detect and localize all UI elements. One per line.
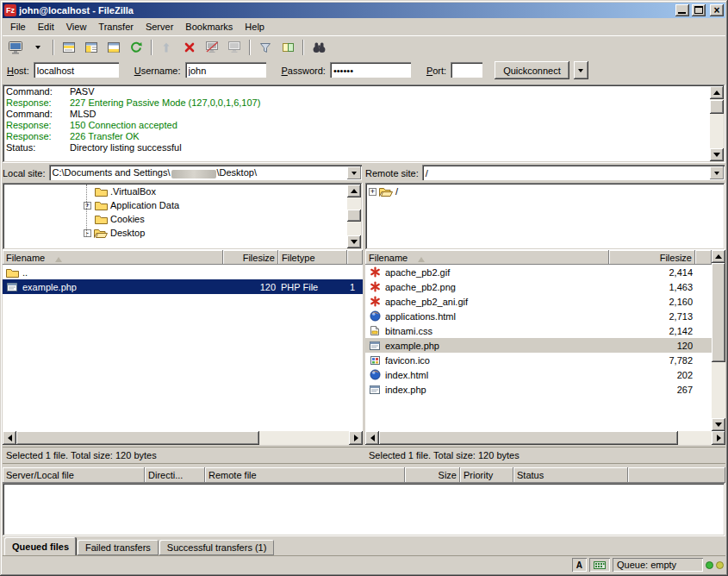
remote-path-text: / xyxy=(426,168,428,178)
column-header-remote-file[interactable]: Remote file xyxy=(205,467,405,483)
remote-file-row-index-html[interactable]: index.html202 xyxy=(365,367,712,382)
remote-file-row-apache-pb2-gif[interactable]: apache_pb2.gif2,414 xyxy=(365,265,712,279)
column-header-size[interactable]: Size xyxy=(405,467,460,483)
username-input[interactable] xyxy=(185,62,267,78)
maximize-button[interactable] xyxy=(692,4,706,16)
disconnect-icon[interactable] xyxy=(202,38,222,57)
queue-list[interactable] xyxy=(3,483,725,536)
local-list-hscrollbar[interactable] xyxy=(3,431,363,445)
collapse-icon[interactable]: - xyxy=(84,229,91,237)
host-input[interactable] xyxy=(34,62,120,78)
remote-file-row-applications-html[interactable]: applications.html2,713 xyxy=(365,309,712,323)
minimize-button[interactable] xyxy=(675,4,689,16)
tab-successful-transfers-1[interactable]: Successful transfers (1) xyxy=(159,540,275,555)
local-file-row-parent-directory[interactable]: .. xyxy=(3,265,363,279)
column-header-status[interactable]: Status xyxy=(513,467,628,483)
scroll-thumb[interactable] xyxy=(710,100,724,114)
transfer-type-indicator: A xyxy=(572,558,587,572)
scroll-thumb[interactable] xyxy=(379,431,678,445)
scroll-thumb[interactable] xyxy=(712,263,725,362)
cancel-icon[interactable] xyxy=(179,38,200,57)
remote-site-dropdown-button[interactable] xyxy=(710,166,724,179)
local-site-combobox[interactable]: C:\Documents and Settings\\Desktop\ xyxy=(49,165,363,181)
column-header-filename[interactable]: Filename xyxy=(365,250,609,265)
remote-site-combobox[interactable]: / xyxy=(422,165,725,181)
column-header-priority[interactable]: Priority xyxy=(460,467,513,483)
scroll-down-button[interactable] xyxy=(347,235,361,248)
find-icon[interactable] xyxy=(308,38,329,57)
column-header-filesize[interactable]: Filesize xyxy=(609,250,695,265)
reconnect-icon[interactable] xyxy=(224,38,245,57)
scroll-thumb[interactable] xyxy=(347,210,361,222)
file-size: 120 xyxy=(609,341,695,351)
port-input[interactable] xyxy=(451,62,483,78)
site-manager-icon[interactable] xyxy=(5,38,26,57)
menu-bookmarks[interactable]: Bookmarks xyxy=(179,19,239,34)
remote-file-row-apache-pb2-ani-gif[interactable]: apache_pb2_ani.gif2,160 xyxy=(365,294,712,309)
menu-transfer[interactable]: Transfer xyxy=(92,19,140,34)
scroll-up-button[interactable] xyxy=(712,250,725,263)
quickconnect-button[interactable]: Quickconnect xyxy=(495,61,569,79)
local-tree-scrollbar[interactable] xyxy=(347,185,361,248)
menu-file[interactable]: File xyxy=(4,19,32,34)
toggle-directory-trees-icon[interactable] xyxy=(81,38,102,57)
tree-item-desktop[interactable]: -Desktop xyxy=(4,226,347,240)
site-manager-dropdown-icon[interactable] xyxy=(28,38,48,57)
scroll-down-button[interactable] xyxy=(710,148,724,161)
remote-file-row-index-php[interactable]: index.php267 xyxy=(365,382,712,397)
remote-file-row-apache-pb2-png[interactable]: apache_pb2.png1,463 xyxy=(365,279,712,294)
file-name: .. xyxy=(22,267,28,278)
menu-server[interactable]: Server xyxy=(140,19,179,34)
column-header-filetype[interactable]: Filetype xyxy=(278,250,347,265)
toggle-queue-icon[interactable] xyxy=(103,38,124,57)
close-button[interactable]: × xyxy=(710,4,724,16)
scroll-right-button[interactable] xyxy=(349,431,363,445)
expand-icon[interactable]: + xyxy=(369,188,376,196)
process-queue-icon[interactable] xyxy=(157,38,177,57)
column-header-filesize[interactable]: Filesize xyxy=(223,250,278,265)
tab-queued-files[interactable]: Queued files xyxy=(4,537,77,555)
scroll-left-button[interactable] xyxy=(3,431,16,445)
scroll-track[interactable] xyxy=(712,263,725,418)
local-site-dropdown-button[interactable] xyxy=(347,166,361,179)
window-title: john@localhost - FileZilla xyxy=(19,5,673,16)
tree-item-root[interactable]: +/ xyxy=(367,185,710,198)
scroll-up-button[interactable] xyxy=(347,185,361,197)
title-bar[interactable]: Fz john@localhost - FileZilla × xyxy=(3,3,725,18)
remote-file-row-favicon-ico[interactable]: favicon.ico7,782 xyxy=(365,353,712,367)
remote-list-scrollbar[interactable] xyxy=(712,250,725,431)
quickconnect-dropdown-button[interactable] xyxy=(574,61,588,79)
keypad-indicator xyxy=(589,558,610,572)
scroll-thumb[interactable] xyxy=(16,431,259,445)
scroll-up-button[interactable] xyxy=(710,86,724,99)
scroll-down-button[interactable] xyxy=(712,418,725,431)
scroll-track[interactable] xyxy=(710,99,724,148)
tree-item-application-data[interactable]: +Application Data xyxy=(4,198,347,212)
tree-item-virtualbox[interactable]: .VirtualBox xyxy=(4,185,347,198)
local-file-row-example-php[interactable]: example.php120PHP File1 xyxy=(3,279,363,294)
menu-help[interactable]: Help xyxy=(239,19,271,34)
scroll-left-button[interactable] xyxy=(365,431,379,445)
compare-icon[interactable] xyxy=(277,38,298,57)
log-scrollbar[interactable] xyxy=(710,86,724,161)
scroll-track[interactable] xyxy=(379,431,712,445)
remote-file-row-example-php[interactable]: example.php120 xyxy=(365,338,712,353)
column-header-server-local-file[interactable]: Server/Local file xyxy=(3,467,145,483)
password-input[interactable] xyxy=(330,62,412,78)
scroll-track[interactable] xyxy=(347,197,361,235)
remote-status-text: Selected 1 file. Total size: 120 bytes xyxy=(365,448,725,463)
menu-view[interactable]: View xyxy=(60,19,93,34)
scroll-track[interactable] xyxy=(16,431,349,445)
toggle-message-log-icon[interactable] xyxy=(59,38,79,57)
menu-edit[interactable]: Edit xyxy=(32,19,60,34)
refresh-icon[interactable] xyxy=(126,38,146,57)
scroll-right-button[interactable] xyxy=(712,431,725,445)
tree-item-cookies[interactable]: Cookies xyxy=(4,212,347,226)
column-header-directi[interactable]: Directi... xyxy=(145,467,205,483)
column-header-filename[interactable]: Filename xyxy=(3,250,223,265)
filter-icon[interactable] xyxy=(255,38,276,57)
remote-list-hscrollbar[interactable] xyxy=(365,431,725,445)
remote-file-row-bitnami-css[interactable]: bitnami.css2,142 xyxy=(365,323,712,338)
tab-failed-transfers[interactable]: Failed transfers xyxy=(78,540,159,555)
expand-icon[interactable]: + xyxy=(84,202,91,210)
